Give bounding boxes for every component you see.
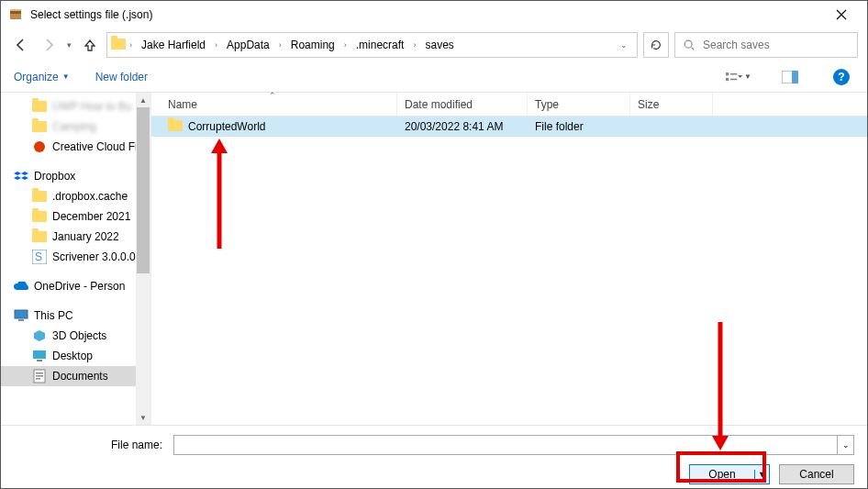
onedrive-icon [14,279,28,294]
tree-item[interactable]: December 2021 [1,206,150,227]
chevron-right-icon: › [342,40,349,50]
address-bar[interactable]: › Jake Harfield › AppData › Roaming › .m… [106,32,638,58]
search-box[interactable] [674,32,858,58]
tree-item-thispc[interactable]: This PC [1,306,150,326]
svg-rect-15 [33,350,46,359]
view-options-button[interactable]: ▼ [726,66,751,88]
file-type: File folder [528,120,630,133]
tree-scrollbar[interactable]: ▲▼ [136,93,150,425]
tree-item[interactable]: Camping [1,117,150,137]
up-button[interactable] [79,34,101,56]
desktop-icon [32,349,47,363]
file-name: CorruptedWorld [188,120,265,133]
svg-rect-4 [726,72,729,75]
filename-combobox[interactable]: ⌄ [173,435,854,455]
chevron-right-icon: › [128,40,134,50]
svg-rect-16 [37,360,42,361]
search-input[interactable] [703,39,850,51]
cloud-icon [32,139,47,154]
search-icon [683,39,696,51]
svg-rect-13 [15,310,28,318]
tree-item[interactable]: January 2022 [1,227,150,247]
cube-icon [32,328,47,343]
column-type: Type [528,93,630,116]
svg-rect-9 [792,71,798,83]
tree-item-3d-objects[interactable]: 3D Objects [1,326,150,346]
folder-icon [111,39,126,52]
tree-item[interactable]: .dropbox.cache [1,186,150,206]
filename-label: File name: [14,439,168,451]
svg-point-3 [684,40,692,48]
dropbox-icon [14,169,28,183]
scrivener-icon: S [32,250,47,264]
window-title: Select settings file (.json) [30,8,823,21]
filename-dropdown[interactable]: ⌄ [837,436,853,454]
svg-rect-20 [36,378,40,380]
breadcrumb-item[interactable]: AppData [221,37,275,53]
svg-point-10 [34,141,45,152]
tree-item-dropbox[interactable]: Dropbox [1,166,150,186]
open-button[interactable]: Open ▼ [689,464,770,484]
breadcrumb-item[interactable]: Roaming [285,37,340,53]
sort-ascending-icon: ⌃ [269,91,276,100]
chevron-right-icon: › [213,40,219,50]
forward-button[interactable] [38,34,60,56]
svg-rect-2 [10,9,21,11]
svg-rect-6 [730,72,737,74]
app-icon [8,7,23,22]
chevron-down-icon[interactable]: ⌄ [620,40,628,50]
annotation-arrow-icon [208,139,230,249]
pc-icon [14,308,28,323]
chevron-right-icon: › [411,40,417,50]
cancel-button[interactable]: Cancel [779,464,854,484]
file-date: 20/03/2022 8:41 AM [397,120,528,133]
organize-menu[interactable]: Organize▼ [14,71,70,83]
folder-icon [168,120,183,134]
close-button[interactable] [823,1,860,28]
refresh-button[interactable] [643,32,669,58]
svg-rect-5 [726,77,729,80]
filename-input[interactable] [174,436,837,454]
tree-item-onedrive[interactable]: OneDrive - Person [1,276,150,296]
column-headers[interactable]: Name Date modified Type Size [151,93,867,117]
new-folder-button[interactable]: New folder [95,71,148,83]
recent-locations-dropdown[interactable]: ▾ [65,40,73,50]
tree-item[interactable]: SScrivener 3.0.0.0. [1,247,150,267]
svg-rect-14 [18,319,24,321]
svg-rect-1 [10,11,21,14]
help-button[interactable]: ? [829,66,854,88]
preview-pane-button[interactable] [777,66,803,88]
column-date: Date modified [397,93,528,116]
tree-item-desktop[interactable]: Desktop [1,346,150,366]
column-name: Name [161,93,397,116]
svg-rect-19 [36,375,43,377]
breadcrumb-item[interactable]: saves [419,37,459,53]
navigation-tree[interactable]: UWP How to Bu Camping Creative Cloud Fil… [1,93,151,425]
svg-text:S: S [35,250,42,263]
tree-item-documents[interactable]: Documents [1,366,150,386]
tree-item-creative-cloud[interactable]: Creative Cloud Fil [1,137,150,157]
breadcrumb-item[interactable]: Jake Harfield [136,37,211,53]
file-row[interactable]: CorruptedWorld 20/03/2022 8:41 AM File f… [151,117,867,137]
svg-rect-18 [36,372,43,374]
svg-rect-7 [730,78,737,80]
tree-item[interactable]: UWP How to Bu [1,96,150,117]
column-size: Size [630,93,713,116]
document-icon [32,369,47,383]
open-split-dropdown[interactable]: ▼ [754,470,769,479]
breadcrumb-item[interactable]: .minecraft [351,37,410,53]
back-button[interactable] [10,34,32,56]
chevron-right-icon: › [277,40,284,50]
